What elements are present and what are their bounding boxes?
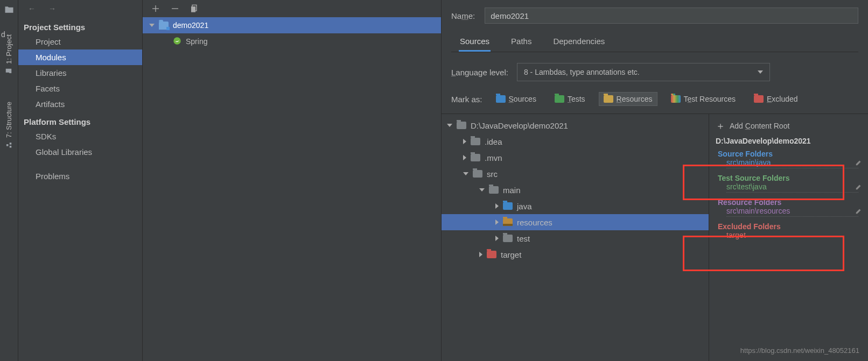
dir-node-mvn[interactable]: .mvn	[442, 150, 709, 166]
chevron-down-icon	[463, 172, 468, 175]
folder-icon	[754, 95, 764, 103]
language-level-select[interactable]: 8 - Lambdas, type annotations etc.	[517, 63, 770, 81]
sidebar-item-sdks[interactable]: SDKs	[18, 129, 142, 144]
module-node-demo2021[interactable]: demo2021	[143, 17, 441, 33]
module-tree-panel: demo2021 Spring	[142, 0, 442, 361]
mark-resources-button[interactable]: Resources	[599, 92, 657, 106]
divider	[726, 168, 858, 168]
svg-rect-4	[191, 6, 195, 12]
chevron-right-icon	[479, 252, 482, 257]
structure-icon	[5, 141, 13, 148]
module-label: Spring	[186, 37, 207, 46]
chevron-right-icon	[495, 220, 499, 225]
folder-icon	[604, 95, 613, 103]
left-tool-rail: d 1: Project 7: Structure	[0, 0, 18, 361]
edit-icon[interactable]	[855, 159, 863, 166]
chevron-right-icon	[463, 155, 466, 160]
tool-window-structure[interactable]: 7: Structure	[5, 98, 13, 148]
mark-tests-button[interactable]: Tests	[550, 92, 590, 106]
back-arrow-icon[interactable]: ←	[28, 4, 36, 13]
svg-rect-1	[10, 143, 12, 145]
folder-icon	[503, 235, 513, 242]
folder-icon	[471, 138, 480, 145]
dir-node-idea[interactable]: .idea	[442, 133, 709, 150]
edit-icon[interactable]	[855, 183, 863, 190]
mark-sources-button[interactable]: Sources	[491, 92, 541, 106]
dir-node-test[interactable]: test	[442, 230, 709, 246]
tool-window-project[interactable]: 1: Project	[5, 31, 13, 75]
remove-icon[interactable]	[171, 4, 179, 13]
chevron-down-icon	[758, 70, 763, 74]
sidebar-item-problems[interactable]: Problems	[18, 168, 142, 184]
sidebar-item-libraries[interactable]: Libraries	[18, 65, 142, 81]
module-tree: demo2021 Spring	[143, 17, 441, 361]
chevron-down-icon	[149, 24, 155, 27]
content-roots-pane: ＋ Add Content Root D:\JavaDevelop\demo20…	[709, 114, 868, 361]
add-icon[interactable]	[151, 4, 160, 13]
folder-icon	[4, 4, 15, 15]
module-details: Name: Sources Paths Dependencies Languag…	[442, 0, 868, 361]
content-root-title: D:\JavaDevelop\demo2021	[709, 135, 868, 147]
excluded-folders-heading: Excluded Folders	[718, 222, 862, 231]
excluded-folder-path[interactable]: target	[718, 231, 746, 239]
sidebar-item-global-libraries[interactable]: Global Libraries	[18, 144, 142, 160]
dir-node-main[interactable]: main	[442, 182, 709, 198]
folder-icon	[496, 95, 506, 103]
watermark: https://blog.csdn.net/weixin_48052161	[740, 346, 859, 355]
tab-sources[interactable]: Sources	[459, 33, 491, 52]
module-folder-icon	[159, 22, 169, 30]
dir-node-root[interactable]: D:\JavaDevelop\demo2021	[442, 117, 709, 133]
folder-icon	[457, 122, 466, 129]
dir-node-java[interactable]: java	[442, 198, 709, 214]
svg-rect-0	[10, 146, 12, 148]
edit-icon[interactable]	[855, 207, 863, 215]
folder-icon	[473, 170, 482, 178]
tab-dependencies[interactable]: Dependencies	[552, 33, 606, 52]
dir-node-resources[interactable]: resources	[442, 214, 709, 230]
sidebar-item-facets[interactable]: Facets	[18, 81, 142, 96]
divider	[726, 216, 858, 217]
name-label: Name:	[451, 11, 475, 20]
copy-icon[interactable]	[190, 4, 199, 13]
module-label: demo2021	[173, 21, 208, 30]
chevron-down-icon	[447, 124, 452, 127]
resource-folder-icon	[503, 218, 513, 226]
dir-node-target[interactable]: target	[442, 246, 709, 263]
resource-folders-heading: Resource Folders	[718, 198, 862, 207]
chevron-right-icon	[463, 139, 466, 144]
mark-excluded-button[interactable]: Excluded	[749, 92, 803, 106]
svg-rect-2	[6, 144, 8, 146]
mark-as-row: Mark as: Sources Tests Resources Test Re…	[451, 92, 858, 106]
test-folder-path[interactable]: src\test\java	[718, 182, 767, 191]
module-toolbar	[143, 0, 441, 17]
project-settings-heading: Project Settings	[18, 20, 142, 34]
dir-node-src[interactable]: src	[442, 166, 709, 182]
folder-icon	[489, 186, 499, 194]
forward-arrow-icon[interactable]: →	[48, 4, 56, 13]
directory-tree: D:\JavaDevelop\demo2021 .idea .mvn src m…	[442, 114, 709, 361]
sidebar-item-modules[interactable]: Modules	[18, 49, 142, 65]
sidebar-item-artifacts[interactable]: Artifacts	[18, 96, 142, 112]
source-folder-icon	[503, 202, 513, 210]
folder-icon	[671, 95, 681, 103]
source-folders-heading: Source Folders	[718, 150, 862, 158]
detail-tabs: Sources Paths Dependencies	[451, 33, 858, 52]
add-content-root-button[interactable]: ＋ Add Content Root	[709, 117, 868, 135]
svg-point-5	[173, 37, 180, 44]
test-source-folders-heading: Test Source Folders	[718, 174, 862, 182]
chevron-down-icon	[479, 188, 485, 192]
module-name-input[interactable]	[485, 8, 858, 24]
chevron-right-icon	[495, 236, 499, 241]
settings-sidebar: ← → Project Settings Project Modules Lib…	[18, 0, 142, 361]
spring-icon	[173, 37, 181, 47]
plus-icon: ＋	[716, 119, 725, 132]
tab-paths[interactable]: Paths	[510, 33, 533, 52]
divider	[726, 192, 858, 193]
sidebar-item-project[interactable]: Project	[18, 34, 142, 49]
resource-folder-path[interactable]: src\main\resources	[718, 207, 790, 215]
folder-icon	[471, 154, 480, 161]
mark-test-resources-button[interactable]: Test Resources	[666, 92, 741, 106]
platform-settings-heading: Platform Settings	[18, 115, 142, 129]
source-folder-path[interactable]: src\main\java	[718, 158, 771, 167]
module-node-spring[interactable]: Spring	[143, 33, 441, 49]
